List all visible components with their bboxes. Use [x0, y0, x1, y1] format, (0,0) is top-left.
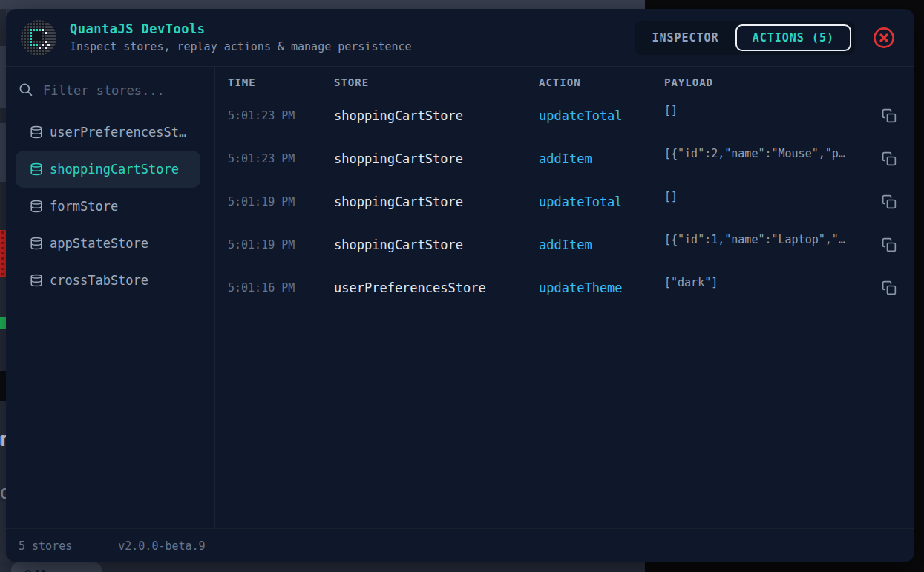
copy-payload-button[interactable] [882, 280, 897, 295]
copy-icon [882, 280, 897, 295]
cell-action: addItem [539, 237, 664, 252]
cell-time: 5:01:19 PM [228, 238, 334, 252]
cell-action: addItem [539, 151, 664, 166]
store-sidebar: userPreferencesSt… shoppingCartStore for… [6, 67, 215, 528]
store-label: appStateStore [50, 236, 148, 251]
background-edge-block [0, 46, 6, 108]
cell-action: updateTheme [539, 280, 664, 295]
background-edge-block [0, 329, 6, 371]
background-edge-block [0, 502, 6, 562]
panel-footer: 5 stores v2.0.0-beta.9 [6, 528, 914, 562]
app-title: QuantaJS DevTools [70, 22, 412, 36]
action-log-row[interactable]: 5:01:19 PM shoppingCartStore addItem [{"… [215, 223, 914, 266]
copy-payload-button[interactable] [882, 151, 897, 166]
filter-stores-input[interactable] [43, 83, 188, 98]
cell-store: userPreferencesStore [334, 280, 539, 295]
copy-payload-button[interactable] [882, 108, 897, 123]
action-log-row[interactable]: 5:01:16 PM userPreferencesStore updateTh… [215, 266, 914, 309]
cell-time: 5:01:23 PM [228, 109, 334, 122]
action-log: TIME STORE ACTION PAYLOAD 5:01:23 PM sho… [215, 67, 914, 528]
tab-inspector[interactable]: INSPECTOR [638, 24, 732, 51]
cell-time: 5:01:16 PM [228, 281, 334, 295]
sidebar-item-formstore[interactable]: formStore [16, 188, 200, 225]
cell-store: shoppingCartStore [334, 151, 539, 166]
background-edge-block [0, 108, 6, 123]
background-edge-block [0, 123, 6, 182]
message-badge: 3 Message [11, 562, 102, 572]
sidebar-item-shoppingcartstore[interactable]: shoppingCartStore [16, 151, 200, 188]
stores-count: 5 stores [19, 539, 72, 553]
tab-group: INSPECTOR ACTIONS (5) [635, 21, 855, 55]
copy-icon [882, 151, 897, 166]
database-icon [30, 237, 43, 250]
background-edge-block [0, 277, 6, 317]
table-header: TIME STORE ACTION PAYLOAD [215, 76, 914, 94]
cell-action: updateTotal [539, 194, 664, 209]
cell-payload: [] [664, 104, 882, 117]
database-icon [30, 200, 43, 213]
background-text-fragment: n [0, 428, 6, 446]
cell-time: 5:01:19 PM [228, 195, 334, 208]
background-red-block [0, 230, 6, 277]
store-list: userPreferencesSt… shoppingCartStore for… [6, 114, 214, 299]
cell-payload: ["dark"] [664, 276, 882, 289]
cell-time: 5:01:23 PM [228, 152, 334, 165]
close-icon [873, 27, 895, 49]
column-header-store: STORE [334, 76, 539, 94]
store-label: formStore [50, 199, 118, 214]
column-header-payload: PAYLOAD [664, 76, 914, 94]
background-top-strip [0, 0, 645, 9]
cell-payload: [{"id":2,"name":"Mouse","p… [664, 147, 882, 160]
search-icon [19, 82, 33, 99]
background-edge-block [0, 371, 6, 401]
app-subtitle: Inspect stores, replay actions & manage … [70, 40, 412, 53]
background-edge-block [0, 9, 6, 46]
database-icon [30, 125, 43, 139]
store-label: shoppingCartStore [50, 162, 179, 177]
table-body: 5:01:23 PM shoppingCartStore updateTotal… [215, 94, 914, 309]
store-label: userPreferencesSt… [50, 125, 186, 139]
cell-store: shoppingCartStore [334, 108, 539, 123]
action-log-row[interactable]: 5:01:23 PM shoppingCartStore addItem [{"… [215, 137, 914, 180]
copy-icon [882, 237, 897, 252]
panel-header: QuantaJS DevTools Inspect stores, replay… [6, 9, 914, 67]
background-green-block [0, 317, 6, 329]
column-header-action: ACTION [539, 76, 664, 94]
cell-store: shoppingCartStore [334, 194, 539, 209]
copy-icon [882, 108, 897, 123]
background-edge-block [0, 182, 6, 230]
copy-payload-button[interactable] [882, 237, 897, 252]
tab-actions[interactable]: ACTIONS (5) [735, 24, 851, 51]
store-label: crossTabStore [50, 273, 148, 288]
database-icon [30, 274, 43, 287]
version-label: v2.0.0-beta.9 [118, 539, 205, 553]
cell-action: updateTotal [539, 108, 664, 123]
cell-store: shoppingCartStore [334, 237, 539, 252]
sidebar-item-crosstabstore[interactable]: crossTabStore [16, 262, 200, 299]
column-header-time: TIME [228, 76, 334, 94]
copy-payload-button[interactable] [882, 194, 897, 209]
devtools-panel: QuantaJS DevTools Inspect stores, replay… [6, 9, 914, 562]
screen: n d 3 Message [0, 0, 924, 572]
action-log-row[interactable]: 5:01:23 PM shoppingCartStore updateTotal… [215, 94, 914, 137]
cell-payload: [{"id":1,"name":"Laptop","… [664, 233, 882, 246]
sidebar-item-userpreferencesstore[interactable]: userPreferencesSt… [16, 114, 200, 151]
copy-icon [882, 194, 897, 209]
close-button[interactable] [873, 27, 895, 49]
database-icon [30, 162, 43, 176]
cell-payload: [] [664, 190, 882, 203]
quantajs-logo-icon [21, 20, 56, 56]
background-text-fragment: d [0, 482, 6, 502]
action-log-row[interactable]: 5:01:19 PM shoppingCartStore updateTotal… [215, 180, 914, 223]
sidebar-item-appstatestore[interactable]: appStateStore [16, 225, 200, 262]
